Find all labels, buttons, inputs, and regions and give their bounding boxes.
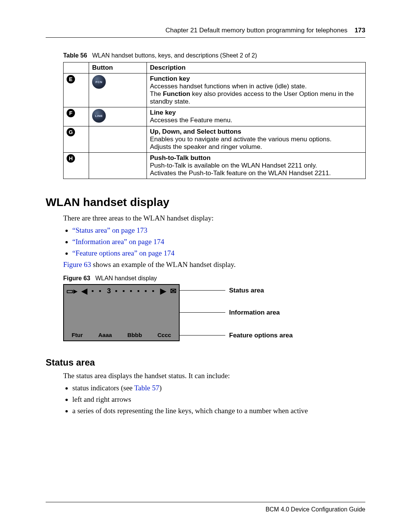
row-title: Push-to-Talk button <box>150 154 362 162</box>
table-caption-label: Table 56 <box>63 52 87 59</box>
list-item: left and right arrows <box>72 395 365 404</box>
figure-ref-link[interactable]: Figure 63 <box>63 260 91 268</box>
subsection-heading: Status area <box>46 357 365 368</box>
list-item: “Feature options area” on page 174 <box>72 249 365 257</box>
status-row: ▭▸ ◀ ▪ ▪ 3 ▪ ▪ ▪ ▪ ▪ ▪ ▶ ✉ <box>64 285 179 297</box>
col-marker-head <box>64 62 89 73</box>
line-key-icon <box>92 109 106 123</box>
page-header: Chapter 21 Default memory button program… <box>46 27 365 38</box>
list-item: “Status area” on page 173 <box>72 226 365 235</box>
list-item: a series of dots representing the line k… <box>72 407 365 415</box>
row-marker: E <box>67 75 75 83</box>
table-row: H Push-to-Talk button Push-to-Talk is av… <box>64 153 366 179</box>
row-title: Function key <box>150 75 362 83</box>
softkey-label: Cccc <box>158 332 171 338</box>
subsection-intro: The status area displays the handset sta… <box>63 372 365 380</box>
row-body: Enables you to navigate and activate the… <box>150 136 362 143</box>
softkey-label: Aaaa <box>98 332 112 338</box>
chapter-title: Chapter 21 Default memory button program… <box>166 27 347 34</box>
table-row: F Line key Accesses the Feature menu. <box>64 107 366 126</box>
buttons-table: Button Description E Function key Access… <box>63 62 366 179</box>
leader-line <box>180 290 225 291</box>
line-dots: ▪ ▪ ▪ ▪ ▪ ▪ <box>115 287 156 295</box>
section-intro: There are three areas to the WLAN handse… <box>63 214 365 222</box>
figure-label-status: Status area <box>229 287 264 294</box>
figure-caption-text: WLAN handset display <box>95 275 157 281</box>
row-body: Push-to-Talk is available on the WLAN Ha… <box>150 162 362 169</box>
row-marker: H <box>67 154 75 163</box>
leader-line <box>180 312 225 313</box>
table-caption: Table 56 WLAN handset buttons, keys, and… <box>63 52 365 59</box>
table-ref-link[interactable]: Table 57 <box>134 384 159 392</box>
right-arrow-icon: ▶ <box>160 286 166 296</box>
status-list: status indicators (see Table 57) left an… <box>72 384 365 415</box>
col-desc-head: Description <box>147 62 366 73</box>
cross-ref-link[interactable]: “Information area” on page 174 <box>72 238 164 246</box>
link-list: “Status area” on page 173 “Information a… <box>72 226 365 257</box>
row-body: The Function key also provides access to… <box>150 90 362 105</box>
figure-caption: Figure 63 WLAN handset display <box>63 275 365 282</box>
figure-label-info: Information area <box>229 309 280 316</box>
line-dots: ▪ ▪ <box>91 287 103 295</box>
softkey-label: Ftur <box>72 332 83 338</box>
figure-label-feat: Feature options area <box>229 332 293 339</box>
row-title: Up, Down, and Select buttons <box>150 128 362 136</box>
row-body: Adjusts the speaker and ringer volume. <box>150 143 362 151</box>
figure: ▭▸ ◀ ▪ ▪ 3 ▪ ▪ ▪ ▪ ▪ ▪ ▶ ✉ Ftur Aaaa Bbb… <box>63 284 349 345</box>
row-marker: F <box>67 109 75 117</box>
list-item: status indicators (see Table 57) <box>72 384 365 392</box>
col-button-head: Button <box>89 62 147 73</box>
cross-ref-link[interactable]: “Status area” on page 173 <box>72 226 147 234</box>
row-body: Activates the Push-to-Talk feature on th… <box>150 169 362 177</box>
row-title: Line key <box>150 109 362 117</box>
row-marker: G <box>67 128 75 136</box>
cross-ref-link[interactable]: “Feature options area” on page 174 <box>72 249 175 257</box>
page-footer: BCM 4.0 Device Configuration Guide <box>46 502 365 513</box>
envelope-icon: ✉ <box>170 286 177 296</box>
fcn-key-icon <box>92 75 106 89</box>
page: Chapter 21 Default memory button program… <box>0 0 411 532</box>
footer-text: BCM 4.0 Device Configuration Guide <box>266 506 365 513</box>
figure-reference-para: Figure 63 shows an example of the WLAN h… <box>63 260 365 269</box>
feature-row: Ftur Aaaa Bbbb Cccc <box>64 332 179 338</box>
page-number: 173 <box>355 27 365 34</box>
left-arrow-icon: ◀ <box>81 286 87 296</box>
table-row: E Function key Accesses handset function… <box>64 73 366 107</box>
list-item: “Information area” on page 174 <box>72 238 365 246</box>
leader-line <box>180 335 225 335</box>
row-body: Accesses the Feature menu. <box>150 117 362 124</box>
softkey-label: Bbbb <box>127 332 142 338</box>
row-body: Accesses handset functions when in activ… <box>150 83 362 90</box>
active-line-digit: 3 <box>107 287 111 295</box>
battery-icon: ▭▸ <box>66 286 77 296</box>
handset-display: ▭▸ ◀ ▪ ▪ 3 ▪ ▪ ▪ ▪ ▪ ▪ ▶ ✉ Ftur Aaaa Bbb… <box>63 284 180 341</box>
table-header-row: Button Description <box>64 62 366 73</box>
section-heading: WLAN handset display <box>46 196 365 209</box>
table-caption-text: WLAN handset buttons, keys, and descript… <box>92 52 257 59</box>
figure-caption-label: Figure 63 <box>63 275 90 281</box>
table-row: G Up, Down, and Select buttons Enables y… <box>64 126 366 153</box>
